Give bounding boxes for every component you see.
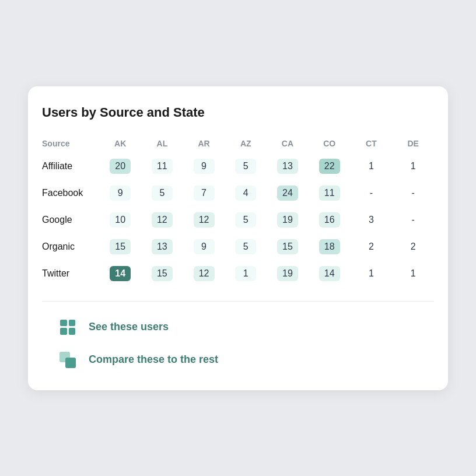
data-cell: 13 xyxy=(267,153,309,180)
actions-area: See these users Compare these to the res… xyxy=(42,316,434,372)
data-cell: 12 xyxy=(141,206,183,233)
table-row: Affiliate201195132211 xyxy=(42,153,434,180)
data-cell: 15 xyxy=(99,233,141,260)
col-header-ak: AK xyxy=(99,134,141,153)
data-cell: 11 xyxy=(141,153,183,180)
data-cell: 4 xyxy=(225,180,267,206)
compare-icon xyxy=(56,348,79,372)
data-cell: 1 xyxy=(225,260,267,287)
data-cell: 18 xyxy=(309,233,351,260)
data-cell: 2 xyxy=(351,233,393,260)
card-title: Users by Source and State xyxy=(42,105,434,120)
data-cell: 13 xyxy=(141,233,183,260)
data-cell: - xyxy=(392,180,434,206)
data-cell: 12 xyxy=(183,206,225,233)
data-cell: - xyxy=(351,180,393,206)
grid-icon xyxy=(56,316,79,339)
data-cell: 1 xyxy=(392,260,434,287)
data-cell: 9 xyxy=(99,180,141,206)
table-wrapper: Source AK AL AR AZ CA CO CT DE Affiliate… xyxy=(42,134,434,287)
source-cell: Affiliate xyxy=(42,153,99,180)
data-cell: 15 xyxy=(267,233,309,260)
col-header-ca: CA xyxy=(267,134,309,153)
data-cell: 16 xyxy=(309,206,351,233)
data-cell: 9 xyxy=(183,233,225,260)
col-header-source: Source xyxy=(42,134,99,153)
data-cell: 7 xyxy=(183,180,225,206)
main-card: Users by Source and State Source AK AL A… xyxy=(28,86,448,390)
col-header-az: AZ xyxy=(225,134,267,153)
data-cell: 5 xyxy=(225,233,267,260)
data-cell: 1 xyxy=(351,153,393,180)
data-cell: 24 xyxy=(267,180,309,206)
col-header-al: AL xyxy=(141,134,183,153)
compare-action[interactable]: Compare these to the rest xyxy=(56,348,420,372)
table-row: Google101212519163- xyxy=(42,206,434,233)
source-cell: Facebook xyxy=(42,180,99,206)
data-cell: 3 xyxy=(351,206,393,233)
data-cell: 14 xyxy=(309,260,351,287)
see-users-action[interactable]: See these users xyxy=(56,316,420,339)
source-cell: Organic xyxy=(42,233,99,260)
see-users-label: See these users xyxy=(89,321,169,333)
table-row: Organic151395151822 xyxy=(42,233,434,260)
divider xyxy=(42,301,434,302)
data-cell: 1 xyxy=(351,260,393,287)
data-cell: 2 xyxy=(392,233,434,260)
col-header-co: CO xyxy=(309,134,351,153)
col-header-ct: CT xyxy=(351,134,393,153)
data-cell: 19 xyxy=(267,260,309,287)
data-cell: 10 xyxy=(99,206,141,233)
data-cell: 15 xyxy=(141,260,183,287)
data-cell: 5 xyxy=(141,180,183,206)
table-row: Facebook95742411-- xyxy=(42,180,434,206)
data-cell: 5 xyxy=(225,153,267,180)
data-cell: 5 xyxy=(225,206,267,233)
table-row: Twitter1415121191411 xyxy=(42,260,434,287)
source-cell: Twitter xyxy=(42,260,99,287)
data-cell: 14 xyxy=(99,260,141,287)
compare-label: Compare these to the rest xyxy=(89,354,218,366)
data-cell: 19 xyxy=(267,206,309,233)
table-header-row: Source AK AL AR AZ CA CO CT DE xyxy=(42,134,434,153)
data-cell: 20 xyxy=(99,153,141,180)
source-cell: Google xyxy=(42,206,99,233)
data-cell: - xyxy=(392,206,434,233)
data-table: Source AK AL AR AZ CA CO CT DE Affiliate… xyxy=(42,134,434,287)
col-header-ar: AR xyxy=(183,134,225,153)
data-cell: 9 xyxy=(183,153,225,180)
data-cell: 12 xyxy=(183,260,225,287)
data-cell: 11 xyxy=(309,180,351,206)
col-header-de: DE xyxy=(392,134,434,153)
data-cell: 22 xyxy=(309,153,351,180)
data-cell: 1 xyxy=(392,153,434,180)
